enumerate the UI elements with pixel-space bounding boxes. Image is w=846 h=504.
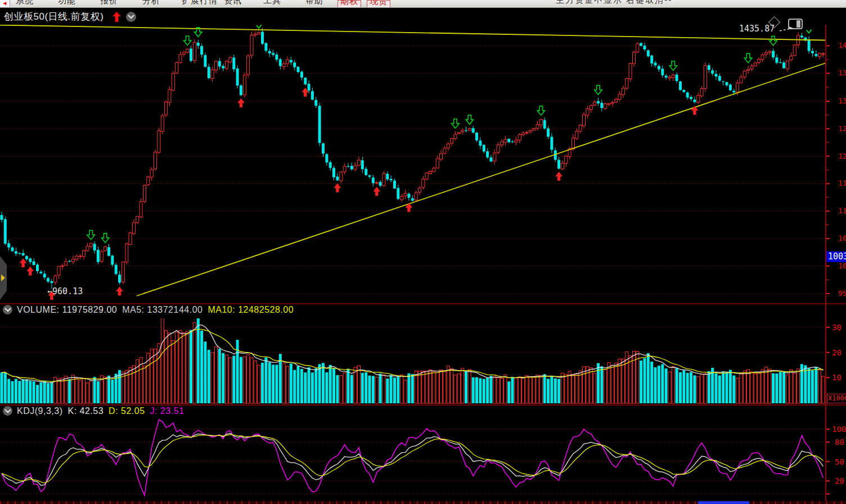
check-mark — [807, 30, 812, 33]
svg-text:1257: 1257 — [838, 124, 846, 133]
svg-text:50: 50 — [835, 457, 844, 466]
buy-signal-arrow — [373, 187, 380, 196]
buy-signal-arrow — [26, 267, 34, 276]
svg-text:1308: 1308 — [838, 97, 846, 105]
sell-signal-arrow — [87, 230, 94, 240]
buy-signal-arrow — [555, 172, 562, 181]
svg-text:1053: 1053 — [838, 234, 846, 242]
sell-signal-arrow — [452, 119, 459, 129]
menu-item-system[interactable]: 系统 — [16, 0, 34, 7]
price-level-badge: 1003.9 — [826, 251, 846, 262]
bottom-navigator-bar[interactable] — [0, 501, 846, 504]
kdj-canvas: 100805020 — [0, 416, 846, 501]
kdj-k-line — [2, 433, 824, 485]
menu-bar: ◄ 系统 功能 报价 分析 扩展行情 资讯 工具 帮助 期权 现货 主力资金不显… — [0, 0, 846, 8]
sell-signal-arrow — [101, 233, 109, 243]
svg-text:30: 30 — [832, 323, 842, 332]
sell-signal-arrow — [770, 36, 777, 46]
menu-item-news[interactable]: 资讯 — [224, 0, 242, 7]
svg-text:10: 10 — [832, 373, 842, 382]
app-logo-icon[interactable]: ◄ — [0, 0, 10, 7]
volume-bars — [1, 318, 825, 403]
collapse-volume-button[interactable] — [3, 305, 12, 314]
buy-signal-arrow — [237, 98, 245, 107]
svg-text:20: 20 — [835, 476, 844, 485]
sell-signal-arrow — [669, 61, 677, 71]
collapse-main-chart-button[interactable] — [126, 12, 136, 22]
volume-unit-label: X10000 — [827, 394, 846, 403]
main-chart-canvas: 141113601308125712061155110410531002951 — [0, 25, 846, 304]
trendline-upper-resistance — [0, 25, 826, 40]
navigator-thumb[interactable] — [698, 501, 749, 504]
volume-ma5-line — [2, 325, 824, 383]
svg-text:951: 951 — [838, 289, 846, 298]
menu-item-analysis[interactable]: 分析 — [142, 0, 160, 7]
trading-terminal-window: ◄ 系统 功能 报价 分析 扩展行情 资讯 工具 帮助 期权 现货 主力资金不显… — [0, 0, 846, 504]
check-mark — [256, 25, 262, 28]
trendline-lower-support — [137, 63, 826, 296]
svg-text:1002: 1002 — [838, 262, 846, 270]
expand-arrow-icon — [1, 274, 5, 281]
sell-signal-arrow — [537, 106, 544, 116]
svg-text:1360: 1360 — [838, 69, 846, 77]
svg-text:1104: 1104 — [838, 206, 846, 215]
annotation-arrow-icon — [780, 26, 794, 33]
menu-item-extended-quotes[interactable]: 扩展行情 — [182, 0, 218, 7]
buy-signal-arrow — [116, 287, 123, 296]
sell-signal-arrow — [183, 36, 191, 46]
candles — [1, 28, 825, 289]
svg-text:1411: 1411 — [838, 41, 846, 50]
menu-item-quotes[interactable]: 报价 — [100, 0, 118, 7]
svg-text:20: 20 — [832, 348, 842, 357]
menu-item-function[interactable]: 功能 — [58, 0, 76, 7]
sell-signal-arrow — [595, 86, 602, 95]
menu-item-spot[interactable]: 现货 — [367, 0, 390, 8]
volume-pane-header: VOLUME: 11975829.00MA5: 13372144.00MA10:… — [0, 304, 821, 318]
menu-item-tools[interactable]: 工具 — [263, 0, 281, 7]
low-price-annotation: ←960.13 — [47, 286, 83, 296]
svg-text:1206: 1206 — [838, 152, 846, 160]
chart-title-bar: 创业板50(日线.前复权) — [0, 8, 846, 25]
menu-right-note: 主力资金不显示 右键取消-- — [556, 0, 724, 7]
buy-signal-arrow — [334, 183, 341, 192]
price-axis-border — [825, 25, 826, 501]
sell-signal-arrow — [744, 53, 752, 63]
svg-text:100: 100 — [832, 425, 846, 434]
sell-signal-arrow — [466, 115, 473, 125]
buy-signal-arrow — [691, 106, 698, 115]
symbol-title: 创业板50(日线.前复权) — [4, 10, 104, 23]
svg-text:80: 80 — [835, 438, 844, 447]
svg-text:1155: 1155 — [838, 179, 846, 187]
high-price-annotation: 1435.87 — [739, 24, 794, 34]
collapse-kdj-button[interactable] — [3, 406, 12, 416]
menu-item-help[interactable]: 帮助 — [305, 0, 323, 7]
volume-canvas: 302010 — [0, 318, 846, 404]
trend-up-icon — [112, 12, 121, 22]
menu-item-options[interactable]: 期权 — [338, 0, 361, 8]
